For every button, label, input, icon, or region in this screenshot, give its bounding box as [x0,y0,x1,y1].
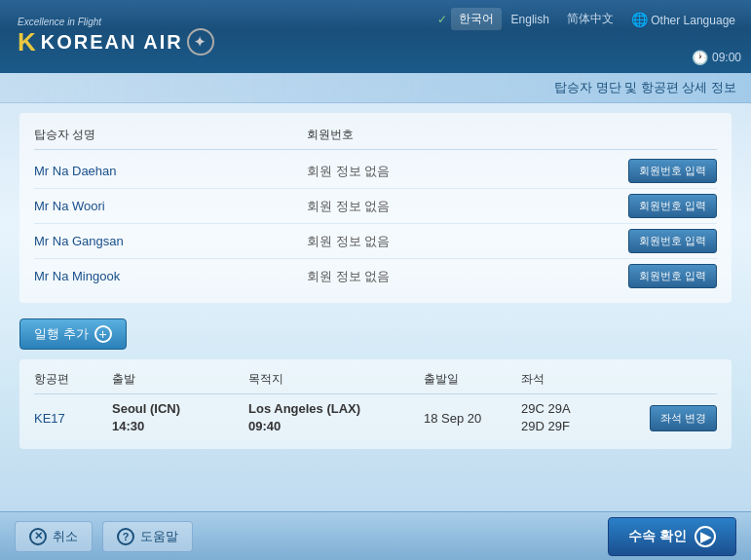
passenger-name: Mr Na Woori [34,199,307,213]
add-companion-button[interactable]: 일행 추가 + [19,318,127,350]
seat-change-action: 좌석 변경 [639,405,717,431]
page-subtitle: 탑승자 명단 및 항공편 상세 정보 [554,80,736,94]
time-display: 🕐 09:00 [692,50,741,65]
passenger-table-header: 탑승자 성명 회원번호 [34,123,717,150]
lang-english-button[interactable]: English [504,10,557,29]
language-bar: ✓ 한국어 English 简体中文 🌐 Other Language [437,8,743,30]
logo-emblem-icon: ✦ [187,28,214,56]
lang-other-button[interactable]: 🌐 Other Language [623,9,743,30]
cancel-icon: ✕ [29,528,47,545]
passenger-name: Mr Na Mingook [34,269,307,283]
col-name-header: 탑승자 성명 [34,127,307,143]
clock-icon: 🕐 [692,50,708,65]
subtitle-bar: 탑승자 명단 및 항공편 상세 정보 [0,73,751,103]
bottom-bar: ✕ 취소 ? 도움말 수속 확인 ▶ [0,511,751,560]
flight-row: KE17 Seoul (ICN) 14:30 Los Angeles (LAX)… [34,394,717,441]
seat-change-button[interactable]: 좌석 변경 [650,405,717,431]
plus-icon: + [94,325,112,343]
flight-section: 항공편 출발 목적지 출발일 좌석 KE17 Seoul (ICN) 14:30… [19,359,732,449]
passenger-name: Mr Na Gangsan [34,234,307,248]
member-input-button[interactable]: 회원번호 입력 [628,229,717,253]
arrow-right-icon: ▶ [695,526,716,547]
help-icon: ? [117,528,134,545]
time-value: 09:00 [712,51,741,64]
seat-info: 29C 29A 29D 29F [521,400,639,435]
help-label: 도움말 [140,528,178,545]
member-status: 회원 정보 없음 [307,268,620,285]
help-button[interactable]: ? 도움말 [102,521,193,552]
col-member-header: 회원번호 [307,127,354,143]
member-input-button[interactable]: 회원번호 입력 [628,159,717,183]
member-input-action: 회원번호 입력 [620,159,717,183]
member-input-button[interactable]: 회원번호 입력 [628,194,717,218]
member-input-button[interactable]: 회원번호 입력 [628,264,717,288]
flight-table-header: 항공편 출발 목적지 출발일 좌석 [34,367,717,394]
logo-tagline: Excellence in Flight [18,17,214,27]
flight-number: KE17 [34,411,112,426]
member-status: 회원 정보 없음 [307,233,620,250]
passenger-row: Mr Na Woori 회원 정보 없음 회원번호 입력 [34,189,717,224]
logo-main: KKOREAN AIR ✦ [18,27,214,57]
passenger-section: 탑승자 성명 회원번호 Mr Na Daehan 회원 정보 없음 회원번호 입… [19,113,732,303]
confirm-label: 수속 확인 [628,528,687,545]
logo-area: Excellence in Flight KKOREAN AIR ✦ [10,9,222,65]
date-col-header: 출발일 [424,371,521,388]
member-input-action: 회원번호 입력 [620,229,717,253]
member-input-action: 회원번호 입력 [620,194,717,218]
add-companion-label: 일행 추가 [34,325,89,343]
lang-check-icon: ✓ [437,13,447,26]
confirm-button[interactable]: 수속 확인 ▶ [608,517,736,556]
passenger-row: Mr Na Gangsan 회원 정보 없음 회원번호 입력 [34,224,717,259]
flight-col-header: 항공편 [34,371,112,388]
member-input-action: 회원번호 입력 [620,264,717,288]
passenger-row: Mr Na Mingook 회원 정보 없음 회원번호 입력 [34,259,717,293]
passenger-row: Mr Na Daehan 회원 정보 없음 회원번호 입력 [34,154,717,189]
passenger-name: Mr Na Daehan [34,164,307,178]
depart-col-header: 출발 [112,371,248,388]
lang-chinese-button[interactable]: 简体中文 [559,8,621,30]
member-status: 회원 정보 없음 [307,198,620,215]
seat-col-header: 좌석 [521,371,717,388]
dest-col-header: 목적지 [248,371,424,388]
destination-info: Los Angeles (LAX) 09:40 [248,400,424,435]
cancel-button[interactable]: ✕ 취소 [15,521,93,552]
globe-icon: 🌐 [631,12,648,27]
bottom-left-actions: ✕ 취소 ? 도움말 [15,521,193,552]
departure-info: Seoul (ICN) 14:30 [112,400,248,435]
flight-date: 18 Sep 20 [424,411,521,426]
lang-korean-button[interactable]: 한국어 [451,8,502,30]
member-status: 회원 정보 없음 [307,163,620,180]
cancel-label: 취소 [53,528,78,545]
main-content: 탑승자 성명 회원번호 Mr Na Daehan 회원 정보 없음 회원번호 입… [0,103,751,459]
header: Excellence in Flight KKOREAN AIR ✦ ✓ 한국어… [0,0,751,73]
